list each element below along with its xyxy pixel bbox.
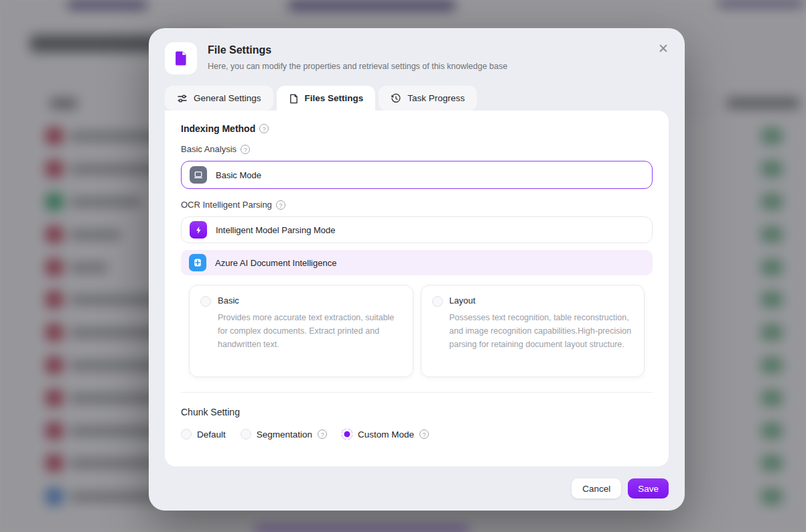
help-icon[interactable] xyxy=(419,429,429,439)
radio-unchecked-icon[interactable] xyxy=(241,429,251,440)
intelligent-model-parsing-label: Intelligent Model Parsing Mode xyxy=(216,225,336,235)
chunk-setting-heading: Chunk Setting xyxy=(181,407,653,417)
tab-label: Task Progress xyxy=(407,93,465,103)
file-icon xyxy=(172,50,190,67)
monitor-icon xyxy=(190,166,207,184)
intelligent-model-parsing-option[interactable]: Intelligent Model Parsing Mode xyxy=(181,216,653,243)
azure-document-intelligence-label: Azure AI Document Intelligence xyxy=(215,258,336,268)
chunk-setting-options: Default Segmentation Custom Mode xyxy=(181,429,653,440)
azure-document-icon xyxy=(189,254,206,271)
basic-analysis-heading: Basic Analysis xyxy=(181,144,653,154)
indexing-method-label: Indexing Method xyxy=(181,123,255,134)
modal-header: File Settings Here, you can modify the p… xyxy=(149,28,685,74)
chunk-option-default[interactable]: Default xyxy=(181,429,226,440)
radio-unchecked-icon[interactable] xyxy=(181,429,192,440)
radio-checked-icon[interactable] xyxy=(342,429,352,440)
azure-layout-title: Layout xyxy=(450,295,634,306)
azure-layout-description: Possesses text recognition, table recons… xyxy=(450,311,634,351)
tab-label: Files Settings xyxy=(305,93,364,103)
help-icon[interactable] xyxy=(318,429,327,439)
history-clock-icon xyxy=(391,93,401,104)
radio-unchecked-icon[interactable] xyxy=(432,296,443,307)
tab-files-settings[interactable]: Files Settings xyxy=(277,86,376,111)
help-icon[interactable] xyxy=(259,124,269,133)
sliders-icon xyxy=(177,93,188,104)
azure-layout-card[interactable]: Layout Possesses text recognition, table… xyxy=(421,285,645,377)
help-icon[interactable] xyxy=(241,145,250,154)
chunk-option-label: Segmentation xyxy=(257,429,312,440)
radio-unchecked-icon[interactable] xyxy=(200,296,211,307)
chunk-option-segmentation[interactable]: Segmentation xyxy=(241,429,327,440)
modal-footer: Cancel Save xyxy=(149,466,685,511)
basic-analysis-label: Basic Analysis xyxy=(181,144,237,154)
section-divider xyxy=(181,392,653,393)
settings-tabs: General Settings Files Settings Task Pro… xyxy=(165,86,669,111)
ocr-parsing-heading: OCR Intelligent Parsing xyxy=(181,200,653,210)
modal-title: File Settings xyxy=(208,44,507,56)
file-settings-modal: File Settings Here, you can modify the p… xyxy=(149,28,685,511)
close-icon[interactable]: ✕ xyxy=(655,40,671,56)
files-settings-panel: Indexing Method Basic Analysis Basic Mod… xyxy=(165,111,669,466)
azure-basic-title: Basic xyxy=(218,295,402,306)
basic-mode-option[interactable]: Basic Mode xyxy=(181,161,653,189)
indexing-method-heading: Indexing Method xyxy=(181,123,653,134)
chunk-option-custom-mode[interactable]: Custom Mode xyxy=(342,429,429,440)
chunk-option-label: Default xyxy=(197,429,226,440)
tab-task-progress[interactable]: Task Progress xyxy=(379,86,477,111)
tab-general-settings[interactable]: General Settings xyxy=(165,86,273,111)
cancel-button[interactable]: Cancel xyxy=(572,478,621,498)
azure-basic-description: Provides more accurate text extraction, … xyxy=(218,311,402,351)
tab-label: General Settings xyxy=(194,93,261,103)
azure-parse-mode-cards: Basic Provides more accurate text extrac… xyxy=(189,285,645,377)
ocr-parsing-label: OCR Intelligent Parsing xyxy=(181,200,272,210)
basic-mode-label: Basic Mode xyxy=(216,170,261,180)
file-outline-icon xyxy=(289,93,299,104)
azure-basic-card[interactable]: Basic Provides more accurate text extrac… xyxy=(189,285,413,377)
lightning-bolt-icon xyxy=(190,221,207,239)
modal-subtitle: Here, you can modify the properties and … xyxy=(208,62,507,71)
save-button[interactable]: Save xyxy=(628,478,669,498)
azure-document-intelligence-option[interactable]: Azure AI Document Intelligence xyxy=(181,250,653,275)
chunk-option-label: Custom Mode xyxy=(358,429,414,440)
file-icon-tile xyxy=(165,42,197,74)
help-icon[interactable] xyxy=(276,200,285,210)
